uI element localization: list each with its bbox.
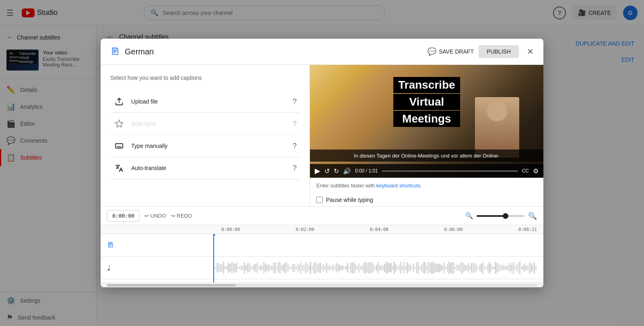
modal-header-icon: 🖹: [110, 46, 120, 57]
save-draft-icon: 💬: [427, 47, 436, 56]
pause-while-typing-label: Pause while typing: [326, 197, 373, 203]
keyboard-icon: [114, 141, 125, 150]
scrollbar-track[interactable]: [107, 284, 537, 287]
zoom-control: 🔍 🔍: [465, 212, 537, 220]
progress-bar[interactable]: [382, 170, 518, 172]
svg-marker-1: [116, 120, 123, 127]
pause-while-typing-checkbox[interactable]: [316, 197, 323, 203]
subtitle-modal: 🖹 German 💬 SAVE DRAFT PUBLISH ✕ Select h…: [101, 39, 543, 287]
subtitles-track-icon: 🖹: [107, 241, 114, 249]
auto-translate-help-icon[interactable]: ?: [293, 164, 297, 172]
subtitles-track-label: 🖹: [101, 234, 213, 257]
ruler-mark-2: 0:04:00: [370, 227, 388, 232]
redo-icon: ↪: [171, 213, 175, 219]
modal-overlay: 🖹 German 💬 SAVE DRAFT PUBLISH ✕ Select h…: [0, 0, 644, 326]
video-controls: ▶ ↺ ↻ 🔊 0:00 / 1:01 CC ⚙: [310, 164, 543, 178]
video-info-panel: Enter subtitles faster with keyboard sho…: [310, 178, 543, 193]
overlay-line1: Transcribe: [393, 77, 460, 93]
translate-icon: [114, 164, 125, 172]
type-manually-label: Type manually: [131, 143, 286, 149]
timeline-toolbar: 0:00:00 ↩ UNDO ↪ REDO 🔍 🔍: [101, 207, 543, 225]
volume-button[interactable]: 🔊: [343, 167, 351, 175]
subtitle-text: In diesen Tagen der Online-Meetings und …: [354, 153, 500, 159]
redo-button[interactable]: ↪ REDO: [171, 213, 192, 219]
save-draft-label: SAVE DRAFT: [439, 48, 474, 55]
ruler-mark-4: 0:08:21: [518, 227, 537, 232]
type-manually-help-icon[interactable]: ?: [293, 142, 297, 150]
type-manually-option[interactable]: Type manually ?: [110, 135, 300, 157]
subtitles-track-row[interactable]: [213, 234, 543, 257]
undo-icon: ↩: [144, 213, 149, 219]
scrollbar-container: [101, 282, 543, 287]
video-overlay-text: Transcribe Virtual Meetings: [393, 77, 460, 127]
auto-sync-help-icon[interactable]: ?: [293, 120, 297, 128]
zoom-in-icon[interactable]: 🔍: [528, 212, 537, 220]
rewind-button[interactable]: ↺: [324, 167, 330, 175]
modal-header: 🖹 German 💬 SAVE DRAFT PUBLISH ✕: [101, 39, 543, 65]
auto-translate-label: Auto-translate: [131, 165, 286, 171]
keyboard-shortcuts-info: Enter subtitles faster with keyboard sho…: [316, 183, 537, 189]
keyboard-shortcuts-prefix: Enter subtitles faster with: [316, 183, 375, 189]
ruler-mark-1: 0:02:00: [295, 227, 314, 232]
publish-button[interactable]: PUBLISH: [479, 45, 519, 58]
video-subtitle-bar: In diesen Tagen der Online-Meetings und …: [310, 150, 543, 162]
track-content: [213, 234, 543, 282]
captions-panel-title: Select how you want to add captions: [110, 75, 300, 81]
upload-file-help-icon[interactable]: ?: [293, 98, 297, 106]
timeline-section: 0:00:00 ↩ UNDO ↪ REDO 🔍 🔍: [101, 206, 543, 287]
upload-file-option[interactable]: Upload file ?: [110, 91, 300, 113]
auto-sync-option[interactable]: Auto-sync ?: [110, 113, 300, 135]
zoom-out-icon[interactable]: 🔍: [465, 212, 473, 220]
pause-checkbox-container: Pause while typing: [310, 193, 543, 206]
svg-rect-2: [116, 144, 123, 148]
auto-sync-label: Auto-sync: [131, 120, 286, 127]
auto-sync-icon: [114, 119, 125, 128]
timeline-ruler: 0:00:00 0:02:00 0:04:00 0:06:00 0:08:21: [101, 225, 543, 234]
scrollbar-thumb[interactable]: [107, 284, 236, 287]
video-panel: Transcribe Virtual Meetings In diesen Ta…: [310, 65, 543, 206]
keyboard-shortcuts-link[interactable]: keyboard shortcuts.: [376, 183, 422, 189]
zoom-slider-thumb[interactable]: [503, 213, 508, 219]
waveform: [213, 260, 543, 276]
auto-translate-option[interactable]: Auto-translate ?: [110, 157, 300, 179]
audio-track-label: ♩: [101, 257, 213, 279]
upload-file-icon: [114, 97, 125, 106]
ruler-marks: 0:00:00 0:02:00 0:04:00 0:06:00 0:08:21: [221, 227, 537, 232]
save-draft-button[interactable]: 💬 SAVE DRAFT: [427, 47, 474, 56]
time-display: 0:00:00: [107, 210, 140, 222]
video-time: 0:00 / 1:01: [355, 168, 378, 174]
modal-close-button[interactable]: ✕: [527, 47, 534, 56]
playhead: [213, 234, 214, 282]
ruler-mark-3: 0:06:00: [444, 227, 462, 232]
undo-button[interactable]: ↩ UNDO: [144, 213, 166, 219]
overlay-line2: Virtual: [393, 94, 460, 110]
play-button[interactable]: ▶: [315, 166, 320, 175]
track-labels: 🖹 ♩: [101, 234, 213, 282]
modal-body: Select how you want to add captions Uplo…: [101, 65, 543, 206]
cc-button[interactable]: CC: [522, 168, 529, 174]
modal-title: German: [125, 47, 427, 56]
video-settings-icon[interactable]: ⚙: [533, 167, 539, 175]
captions-panel: Select how you want to add captions Uplo…: [101, 65, 310, 206]
zoom-slider[interactable]: [477, 215, 525, 217]
audio-track-icon: ♩: [107, 264, 110, 272]
forward-button[interactable]: ↻: [334, 167, 339, 175]
ruler-mark-0: 0:00:00: [221, 227, 240, 232]
video-preview: Transcribe Virtual Meetings In diesen Ta…: [310, 65, 543, 178]
modal-actions: 💬 SAVE DRAFT PUBLISH ✕: [427, 45, 534, 58]
upload-file-label: Upload file: [131, 98, 286, 105]
overlay-line3: Meetings: [393, 111, 460, 127]
audio-track-row: [213, 257, 543, 279]
timeline-tracks: 🖹 ♩: [101, 234, 543, 282]
